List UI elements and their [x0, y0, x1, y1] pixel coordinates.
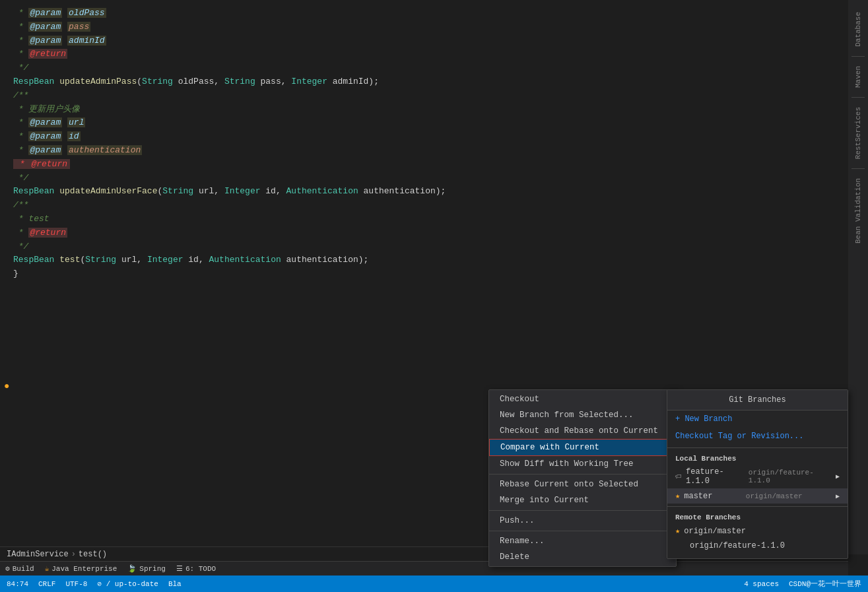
status-encoding[interactable]: UTF-8: [65, 580, 87, 588]
code-line: * 更新用户头像: [13, 103, 835, 117]
code-line: */: [13, 61, 835, 75]
code-line: RespBean updateAdminUserFace(String url,…: [13, 185, 835, 199]
todo-icon: ☰: [176, 564, 183, 573]
java-icon: ☕: [45, 564, 50, 573]
code-line: * @param oldPass: [13, 7, 835, 20]
panel-title: Git Branches: [667, 390, 848, 411]
code-line: * @return: [13, 48, 835, 61]
branch-feature-1.1.0[interactable]: 🏷 feature-1.1.0 origin/feature-1.1.0 ▶: [667, 465, 848, 488]
right-sidebar: Database Maven RestServices Bean Validat…: [848, 0, 868, 554]
branch-master-remote: origin/master: [746, 492, 803, 500]
status-bar: 84:74 CRLF UTF-8 ⊘ / up-to-date Bla 4 sp…: [0, 576, 868, 592]
code-line: /**: [13, 89, 835, 103]
encoding-text: UTF-8: [65, 580, 87, 588]
status-git[interactable]: ⊘ / up-to-date: [97, 579, 158, 588]
menu-item-checkout[interactable]: Checkout: [489, 391, 676, 407]
menu-item-rename[interactable]: Rename...: [489, 533, 676, 549]
code-line: * @return: [13, 226, 835, 240]
branch-feature-label: feature-1.1.0: [686, 467, 745, 486]
code-line: * @param authentication: [13, 144, 835, 158]
status-renderer: Bla: [168, 580, 182, 588]
code-line: RespBean updateAdminPass(String oldPass,…: [13, 75, 835, 89]
panel-action-new-branch[interactable]: + New Branch: [667, 411, 848, 428]
toolbar-java[interactable]: ☕ Java Enterprise: [45, 564, 117, 573]
bottom-toolbar: ⚙ Build ☕ Java Enterprise 🍃 Spring ☰ 6: …: [0, 561, 848, 576]
code-line: * @param url: [13, 116, 835, 130]
context-menu: Checkout New Branch from Selected... Che…: [488, 389, 677, 567]
remote-master-label: origin/master: [684, 527, 746, 536]
todo-label: 6: TODO: [185, 565, 216, 573]
status-spaces[interactable]: 4 spaces: [744, 580, 779, 588]
build-icon: ⚙: [5, 564, 10, 573]
remote-branch-master[interactable]: ★ origin/master: [667, 523, 848, 539]
spring-icon: 🍃: [127, 564, 137, 573]
menu-item-show-diff[interactable]: Show Diff with Working Tree: [489, 456, 676, 472]
code-line: * @param id: [13, 130, 835, 144]
renderer-text: Bla: [168, 580, 182, 588]
remote-branch-feature[interactable]: origin/feature-1.1.0: [667, 539, 848, 553]
status-position[interactable]: 84:74: [7, 580, 28, 588]
panel-action-checkout-tag[interactable]: Checkout Tag or Revision...: [667, 428, 848, 445]
toolbar-build[interactable]: ⚙ Build: [5, 564, 34, 573]
sidebar-tab-maven[interactable]: Maven: [851, 61, 865, 93]
spring-label: Spring: [139, 565, 166, 573]
star-icon-remote-master: ★: [675, 526, 680, 536]
position-text: 84:74: [7, 580, 28, 588]
branch-master-label: master: [684, 492, 712, 501]
remote-branches-title: Remote Branches: [667, 510, 848, 523]
breadcrumb-item-service: IAdminService: [7, 550, 69, 559]
menu-sep-3: [489, 531, 676, 531]
code-line: }: [13, 267, 835, 281]
code-line: * @param adminId: [13, 34, 835, 48]
menu-item-checkout-rebase[interactable]: Checkout and Rebase onto Current: [489, 423, 676, 439]
star-icon-master: ★: [675, 491, 680, 501]
menu-item-push[interactable]: Push...: [489, 513, 676, 529]
menu-sep-2: [489, 510, 676, 511]
git-branches-panel: Git Branches + New Branch Checkout Tag o…: [667, 389, 848, 559]
toolbar-todo[interactable]: ☰ 6: TODO: [176, 564, 216, 573]
git-status-text: ⊘ / up-to-date: [97, 579, 158, 588]
right-text: CSDN@一花一叶一世界: [789, 579, 861, 589]
panel-sep-local: [667, 447, 848, 448]
sidebar-sep-3: [851, 168, 865, 169]
menu-item-delete[interactable]: Delete: [489, 549, 676, 565]
branch-feature-left: 🏷 feature-1.1.0: [675, 467, 745, 486]
branch-feature-arrow: ▶: [836, 473, 840, 480]
code-line: * @param pass: [13, 20, 835, 34]
sidebar-tab-bean[interactable]: Bean Validation: [851, 173, 865, 249]
gutter-indicator: ●: [4, 381, 9, 391]
code-line: */: [13, 172, 835, 185]
java-label: Java Enterprise: [51, 565, 117, 573]
status-line-ending[interactable]: CRLF: [38, 580, 55, 588]
code-line: */: [13, 240, 835, 254]
status-right: CSDN@一花一叶一世界: [789, 579, 861, 589]
line-ending-text: CRLF: [38, 580, 55, 588]
spaces-text: 4 spaces: [744, 580, 779, 588]
code-line: /**: [13, 199, 835, 213]
branch-master[interactable]: ★ master origin/master ▶: [667, 488, 848, 504]
branch-master-arrow: ▶: [836, 492, 840, 500]
build-label: Build: [13, 565, 34, 573]
remote-feature-label: origin/feature-1.1.0: [690, 541, 785, 550]
menu-item-new-branch[interactable]: New Branch from Selected...: [489, 407, 676, 423]
remote-master-left: ★ origin/master: [675, 526, 746, 536]
menu-item-merge[interactable]: Merge into Current: [489, 492, 676, 508]
menu-sep-1: [489, 474, 676, 475]
sidebar-tab-database[interactable]: Database: [851, 7, 865, 52]
branch-master-left: ★ master: [675, 491, 712, 501]
code-line: RespBean test(String url, Integer id, Au…: [13, 253, 835, 267]
menu-item-rebase[interactable]: Rebase Current onto Selected: [489, 477, 676, 492]
toolbar-spring[interactable]: 🍃 Spring: [127, 564, 166, 573]
local-branches-title: Local Branches: [667, 451, 848, 465]
remote-feature-left: origin/feature-1.1.0: [675, 541, 785, 550]
sidebar-tab-rest[interactable]: RestServices: [851, 102, 865, 164]
sidebar-sep-2: [851, 97, 865, 98]
breadcrumb-item-method: test(): [79, 550, 107, 559]
panel-sep-remote: [667, 506, 848, 507]
sidebar-sep-1: [851, 56, 865, 57]
code-line: * test: [13, 213, 835, 226]
branch-feature-remote: origin/feature-1.1.0: [749, 469, 832, 484]
code-line: * @return: [13, 158, 835, 172]
menu-item-compare[interactable]: Compare with Current: [489, 439, 676, 456]
tag-icon: 🏷: [675, 473, 682, 480]
